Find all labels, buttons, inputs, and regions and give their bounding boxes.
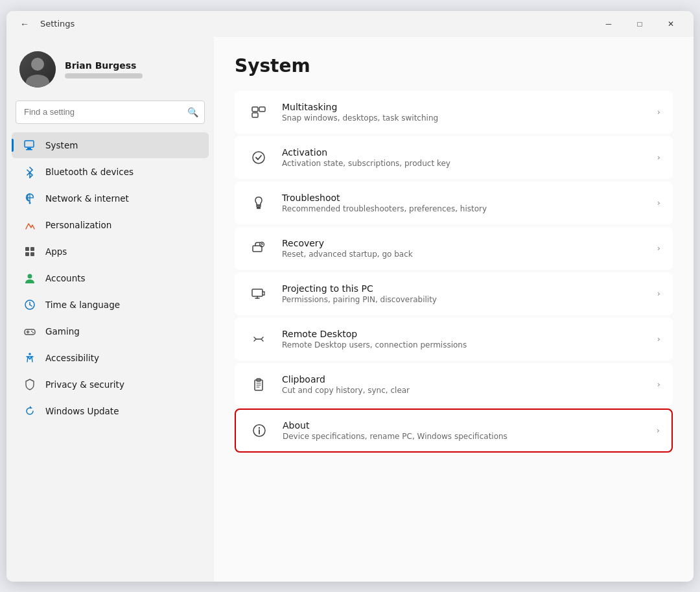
main-layout: Brian Burgess 🔍 — [6, 37, 694, 582]
svg-point-18 — [32, 332, 34, 333]
activation-text: Activation Activation state, subscriptio… — [282, 147, 646, 168]
accounts-icon — [23, 272, 36, 285]
projecting-text: Projecting to this PC Permissions, pairi… — [282, 283, 646, 304]
titlebar-left: ← Settings — [16, 15, 75, 33]
gaming-icon — [23, 325, 36, 338]
multitasking-icon — [247, 101, 270, 124]
sidebar-label-accessibility: Accessibility — [45, 353, 99, 363]
settings-item-clipboard[interactable]: Clipboard Cut and copy history, sync, cl… — [235, 363, 673, 406]
settings-window: ← Settings ─ □ ✕ Brian Burgess — [6, 11, 694, 582]
sidebar-item-privacy[interactable]: Privacy & security — [12, 372, 209, 397]
settings-item-multitasking[interactable]: Multitasking Snap windows, desktops, tas… — [235, 91, 673, 134]
remote-desktop-chevron: › — [657, 334, 660, 344]
svg-rect-8 — [25, 252, 29, 256]
svg-point-5 — [29, 202, 31, 204]
sidebar-item-network[interactable]: Network & internet — [12, 185, 209, 211]
search-icon: 🔍 — [187, 107, 198, 117]
activation-icon — [247, 146, 270, 169]
maximize-button[interactable]: □ — [625, 14, 655, 34]
recovery-chevron: › — [657, 243, 660, 253]
multitasking-title: Multitasking — [282, 102, 646, 112]
sidebar-label-accounts: Accounts — [45, 273, 86, 283]
about-text: About Device specifications, rename PC, … — [283, 420, 645, 441]
sidebar-item-time[interactable]: Time & language — [12, 292, 209, 318]
minimize-button[interactable]: ─ — [594, 14, 624, 34]
multitasking-chevron: › — [657, 107, 660, 117]
clipboard-icon — [247, 373, 270, 396]
settings-item-troubleshoot[interactable]: Troubleshoot Recommended troubleshooters… — [235, 182, 673, 224]
titlebar-title: Settings — [40, 19, 75, 29]
about-chevron: › — [657, 425, 660, 435]
main-content: System Multitasking Snap windows, deskto… — [214, 37, 694, 582]
multitasking-text: Multitasking Snap windows, desktops, tas… — [282, 102, 646, 123]
recovery-title: Recovery — [282, 238, 646, 248]
projecting-desc: Permissions, pairing PIN, discoverabilit… — [282, 295, 646, 304]
multitasking-desc: Snap windows, desktops, task switching — [282, 113, 646, 123]
privacy-icon — [23, 378, 36, 391]
page-title: System — [235, 55, 673, 77]
svg-marker-21 — [30, 406, 32, 408]
svg-rect-9 — [30, 252, 34, 256]
avatar — [19, 51, 56, 88]
user-name: Brian Burgess — [65, 60, 143, 71]
sidebar-label-network: Network & internet — [45, 193, 129, 204]
svg-rect-22 — [252, 107, 258, 112]
search-box: 🔍 — [16, 101, 205, 124]
sidebar-item-update[interactable]: Windows Update — [12, 398, 209, 424]
system-icon — [23, 139, 36, 152]
search-input[interactable] — [16, 101, 205, 124]
settings-item-recovery[interactable]: Recovery Reset, advanced startup, go bac… — [235, 227, 673, 270]
remote-desktop-desc: Remote Desktop users, connection permiss… — [282, 340, 646, 349]
settings-item-activation[interactable]: Activation Activation state, subscriptio… — [235, 136, 673, 179]
accessibility-icon — [23, 351, 36, 364]
svg-rect-0 — [25, 141, 34, 147]
sidebar-item-accessibility[interactable]: Accessibility — [12, 345, 209, 371]
back-button[interactable]: ← — [16, 15, 34, 33]
sidebar-label-privacy: Privacy & security — [45, 379, 124, 390]
sidebar-item-accounts[interactable]: Accounts — [12, 265, 209, 291]
recovery-text: Recovery Reset, advanced startup, go bac… — [282, 238, 646, 259]
settings-item-about[interactable]: About Device specifications, rename PC, … — [235, 408, 673, 453]
avatar-image — [19, 51, 56, 88]
sidebar-label-apps: Apps — [45, 246, 67, 257]
settings-item-remote-desktop[interactable]: Remote Desktop Remote Desktop users, con… — [235, 318, 673, 361]
svg-point-41 — [259, 427, 260, 428]
svg-rect-6 — [25, 247, 29, 251]
projecting-title: Projecting to this PC — [282, 283, 646, 294]
projecting-icon — [247, 282, 270, 305]
activation-desc: Activation state, subscriptions, product… — [282, 159, 646, 168]
svg-rect-2 — [26, 149, 32, 150]
svg-point-25 — [253, 152, 264, 163]
sidebar-label-bluetooth: Bluetooth & devices — [45, 167, 134, 177]
svg-rect-23 — [259, 107, 265, 112]
bluetooth-icon — [23, 165, 36, 178]
svg-line-13 — [30, 305, 32, 306]
sidebar-label-update: Windows Update — [45, 406, 119, 416]
sidebar-label-personalization: Personalization — [45, 220, 111, 230]
troubleshoot-desc: Recommended troubleshooters, preferences… — [282, 204, 646, 213]
clipboard-text: Clipboard Cut and copy history, sync, cl… — [282, 374, 646, 395]
activation-title: Activation — [282, 147, 646, 158]
remote-desktop-icon — [247, 327, 270, 351]
about-icon — [248, 419, 271, 442]
sidebar-item-gaming[interactable]: Gaming — [12, 318, 209, 344]
settings-list: Multitasking Snap windows, desktops, tas… — [235, 91, 673, 453]
sidebar-label-system: System — [45, 140, 78, 150]
close-button[interactable]: ✕ — [656, 14, 686, 34]
troubleshoot-chevron: › — [657, 198, 660, 207]
remote-desktop-text: Remote Desktop Remote Desktop users, con… — [282, 329, 646, 349]
titlebar-controls: ─ □ ✕ — [594, 14, 686, 34]
svg-point-17 — [31, 331, 32, 332]
sidebar-label-gaming: Gaming — [45, 326, 80, 337]
svg-point-19 — [29, 353, 31, 355]
activation-chevron: › — [657, 152, 660, 162]
svg-rect-26 — [257, 206, 261, 207]
sidebar-item-bluetooth[interactable]: Bluetooth & devices — [12, 159, 209, 185]
time-icon — [23, 298, 36, 311]
sidebar-item-system[interactable]: System — [12, 132, 209, 158]
settings-item-projecting[interactable]: Projecting to this PC Permissions, pairi… — [235, 272, 673, 315]
user-section: Brian Burgess — [6, 42, 214, 101]
svg-rect-27 — [257, 207, 261, 209]
sidebar-item-apps[interactable]: Apps — [12, 239, 209, 265]
sidebar-item-personalization[interactable]: Personalization — [12, 212, 209, 238]
